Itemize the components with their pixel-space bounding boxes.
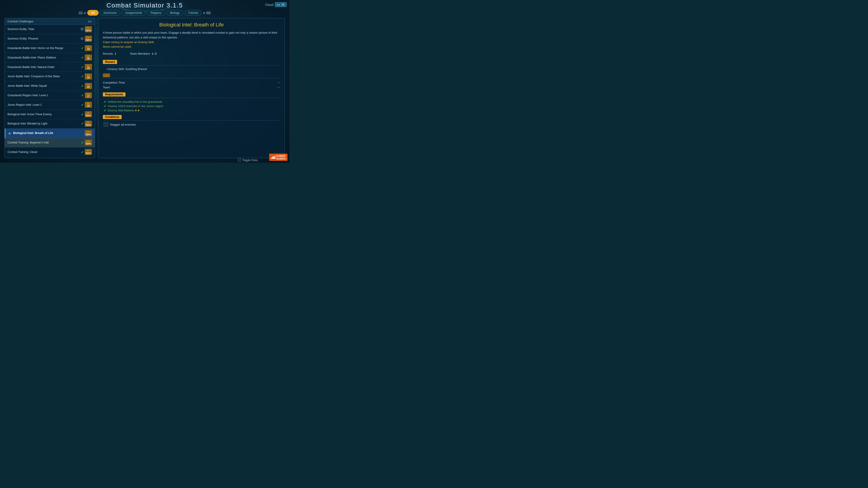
detail-title: Biological Intel: Breath of Life <box>103 22 280 28</box>
lv-sync-badge: Lv.Sync <box>85 26 92 32</box>
req-text: Assess 10/10 enemies in the Junon region <box>108 104 163 108</box>
challenge-right: ✔ Lv.24 <box>81 73 92 79</box>
challenges-lv-label: Lv. <box>88 20 92 23</box>
challenge-item[interactable]: Summon Entity: Phoenix ⚙ Lv.Sync <box>5 34 95 43</box>
condition-text: Stagger all enemies. <box>110 123 137 126</box>
challenge-item[interactable]: Summon Entity: Titan ⚙ Lv.Sync <box>5 25 95 34</box>
summon-icon: ⚙ <box>80 36 84 41</box>
detail-description: A three-person battle in which you pick … <box>103 31 280 49</box>
check-icon: ✔ <box>81 122 84 125</box>
challenge-item[interactable]: Junon Battle Intel: Conqueror of the Ski… <box>5 72 95 81</box>
check-icon: ✔ <box>81 94 84 97</box>
challenge-right: ✔ Lv.20 <box>81 64 92 70</box>
challenge-item[interactable]: Grasslands Battle Intel: Horror on the R… <box>5 43 95 53</box>
nav-right[interactable]: ▶ R1 <box>203 11 212 14</box>
page-title: Combat Simulator 3.1.5 <box>106 2 183 9</box>
challenge-name: Junon Battle Intel: Conqueror of the Ski… <box>7 75 60 78</box>
gg-bar <box>271 158 272 159</box>
check-icon: ✔ <box>81 112 84 116</box>
requirements-header: Requirements <box>103 92 125 96</box>
challenge-item[interactable]: Combat Training: Cloud ✔ Lv.Sync <box>5 147 95 157</box>
gg-bar <box>275 156 275 159</box>
player-name: Cloud <box>265 3 274 6</box>
challenge-item[interactable]: Biological Intel: Know Thine Enemy ✔ Lv.… <box>5 109 95 119</box>
challenge-item[interactable]: Grasslands Battle Intel: Natural Order ✔… <box>5 62 95 72</box>
requirement-item-2: ✔ Assess 10/10 enemies in the Junon regi… <box>104 104 280 108</box>
toggle-icon: □ <box>238 158 241 162</box>
req-check-icon: ✔ <box>104 104 106 108</box>
challenge-name: Junon Region Intel: Level 1 <box>7 103 42 106</box>
requirement-item-3: ✔ Enemy Skill Materia ★★ <box>104 108 280 112</box>
check-icon: ✔ <box>81 84 84 88</box>
req-check-icon: ✔ <box>104 108 106 112</box>
detail-panel: Biological Intel: Breath of Life A three… <box>98 18 285 158</box>
lv-sync-badge: Lv.Sync <box>85 149 92 155</box>
completion-time-row: Completion Time --- <box>103 80 280 85</box>
reward-divider <box>103 65 280 66</box>
check-icon: ✔ <box>81 150 84 154</box>
rounds-stat: Rounds 1 <box>103 52 116 55</box>
lv-num-badge: Lv.19 <box>85 45 92 51</box>
gg-label: GAMERGUIDES <box>276 155 286 160</box>
challenge-item-selected[interactable]: ◆ Biological Intel: Breath of Life Lv.Sy… <box>5 129 95 138</box>
challenge-right: ✔ Lv.Sync <box>81 121 92 127</box>
requirements-divider <box>103 98 280 98</box>
perf-dash-badge: --- <box>103 73 110 77</box>
detail-stats: Rounds 1 Team Members 1–3 <box>103 52 280 55</box>
lv-sync-badge: Lv.Sync <box>85 36 92 42</box>
check-icon: ✔ <box>81 65 84 69</box>
challenge-item[interactable]: Combat Training: Beginner's Hall ✔ Lv.Sy… <box>5 138 95 148</box>
completion-time-label: Completion Time <box>103 81 125 84</box>
challenge-item[interactable]: Grasslands Region Intel: Level 1 ✔ Lv.17 <box>5 91 95 100</box>
check-icon: ✔ <box>81 46 84 50</box>
lv-num-badge: Lv.23 <box>85 83 92 89</box>
lv-num-badge: Lv.17 <box>85 92 92 98</box>
toggle-label: Toggle Data <box>242 158 258 162</box>
tab-tutorial[interactable]: Tutorial <box>184 10 202 15</box>
gg-bar <box>273 156 274 159</box>
challenge-item[interactable]: Grasslands Battle Intel: Plains Stalkers… <box>5 53 95 62</box>
gamer-guides-badge: GAMERGUIDES <box>269 154 287 161</box>
tab-all[interactable]: All <box>87 10 99 15</box>
lv-sync-badge: Lv.Sync <box>85 111 92 117</box>
team-row: Team --- <box>103 85 280 90</box>
challenge-item[interactable]: Biological Intel: Blinded by Light ✔ Lv.… <box>5 119 95 129</box>
lv-num-badge: Lv.24 <box>85 73 92 79</box>
challenge-list: Summon Entity: Titan ⚙ Lv.Sync Summon En… <box>5 25 95 157</box>
summon-icon: ⚙ <box>80 27 84 32</box>
challenge-item[interactable]: Junon Battle Intel: White Squall ✔ Lv.23 <box>5 81 95 91</box>
condition-icon: ☐ <box>104 123 108 127</box>
stars-icon: ★★ <box>134 109 140 112</box>
detail-desc-text: A three-person battle in which you pick … <box>103 31 277 39</box>
conditions-header: Conditions <box>103 115 122 119</box>
completion-time-value: --- <box>277 81 280 84</box>
challenge-name: Biological Intel: Know Thine Enemy <box>7 113 52 116</box>
challenge-item[interactable]: Junon Region Intel: Level 1 ✔ Lv.22 <box>5 100 95 109</box>
team-stat-label: Team <box>103 86 110 89</box>
reward-header: Reward <box>103 60 117 64</box>
challenge-name: Combat Training: Beginner's Hall <box>7 141 49 144</box>
check-icon: ✔ <box>81 56 84 59</box>
nav-tabs: L1 ◀ All Summons Assignments Regions Bio… <box>0 10 289 15</box>
check-icon: ✔ <box>81 141 84 144</box>
tab-summons[interactable]: Summons <box>99 10 121 15</box>
detail-highlight-2: Items cannot be used. <box>103 45 132 48</box>
challenge-right: ✔ Lv.23 <box>81 83 92 89</box>
requirement-item-1: ✔ Defeat the classified foe in the grass… <box>104 100 280 103</box>
req-text: Enemy Skill Materia ★★ <box>108 109 140 112</box>
nav-left[interactable]: L1 ◀ <box>78 11 86 14</box>
check-icon: ✔ <box>81 74 84 78</box>
challenge-right: ✔ Lv.Sync <box>81 111 92 117</box>
challenge-name: Junon Battle Intel: White Squall <box>7 84 47 88</box>
check-icon: ✔ <box>81 103 84 107</box>
main-content: Combat Challenges Lv. Summon Entity: Tit… <box>4 18 285 158</box>
lv-num-badge: Lv.20 <box>85 64 92 70</box>
challenge-name: Grasslands Battle Intel: Natural Order <box>7 66 55 69</box>
tab-regions[interactable]: Regions <box>147 10 165 15</box>
tab-biology[interactable]: Biology <box>166 10 184 15</box>
tab-assignments[interactable]: Assignments <box>121 10 146 15</box>
challenge-right: ⚙ Lv.Sync <box>80 26 92 32</box>
condition-item-1: ☐ Stagger all enemies. <box>104 123 280 127</box>
challenges-label: Combat Challenges <box>7 20 33 23</box>
lv-sync-badge: Lv.Sync <box>85 130 92 136</box>
